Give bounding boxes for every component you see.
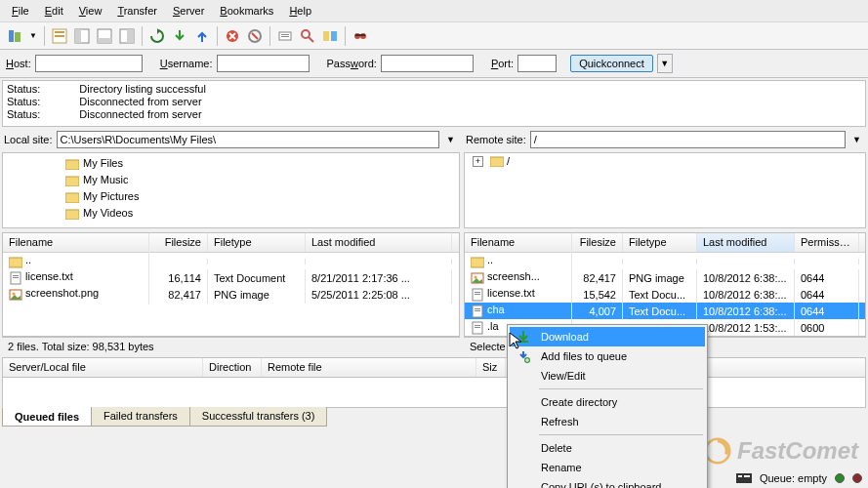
col-filename[interactable]: Filename [3, 233, 149, 252]
list-item[interactable]: license.txt16,114Text Document8/21/2011 … [3, 269, 459, 286]
menu-item-rename[interactable]: Rename [510, 458, 705, 477]
stop-icon[interactable] [222, 25, 243, 47]
col-server-local[interactable]: Server/Local file [3, 358, 203, 377]
list-header: Filename Filesize Filetype Last modified… [465, 233, 865, 253]
col-filename[interactable]: Filename [465, 233, 572, 252]
svg-rect-22 [65, 160, 79, 170]
svg-rect-27 [9, 258, 22, 267]
col-permissions[interactable]: Permissions [795, 233, 859, 252]
reconnect-icon[interactable] [274, 25, 296, 47]
menu-file[interactable]: File [4, 2, 37, 20]
filter-icon[interactable] [297, 25, 318, 47]
site-manager-icon[interactable] [4, 25, 25, 47]
compare-icon[interactable] [319, 25, 341, 47]
toggle-remote-icon[interactable] [116, 25, 138, 47]
tab-queued[interactable]: Queued files [2, 407, 92, 427]
queue-body[interactable] [2, 377, 866, 408]
menu-item-copy-url-s-to-clipboard[interactable]: Copy URL(s) to clipboard [510, 477, 705, 488]
menu-help[interactable]: Help [281, 2, 319, 20]
cancel-icon[interactable] [191, 25, 213, 47]
col-modified[interactable]: Last modified [306, 233, 452, 252]
col-size[interactable]: Siz [476, 358, 506, 377]
col-filetype[interactable]: Filetype [623, 233, 697, 252]
list-item[interactable]: license.txt15,542Text Docu...10/8/2012 6… [465, 286, 865, 303]
menu-item-create-directory[interactable]: Create directory [510, 392, 705, 412]
col-direction[interactable]: Direction [203, 358, 262, 377]
toggle-log-icon[interactable] [49, 25, 70, 47]
list-item[interactable]: screenshot.png82,417PNG image5/25/2011 2… [3, 286, 459, 303]
tree-item[interactable]: My Music [7, 172, 455, 188]
menu-server[interactable]: Server [165, 2, 212, 20]
svg-point-32 [13, 292, 16, 295]
process-queue-icon[interactable] [169, 25, 190, 47]
separator [269, 26, 270, 46]
watermark: FastComet [704, 437, 858, 465]
col-filetype[interactable]: Filetype [208, 233, 306, 252]
col-remote-file[interactable]: Remote file [262, 358, 476, 377]
dropdown-arrow-icon[interactable]: ▼ [849, 135, 864, 144]
menubar: File Edit View Transfer Server Bookmarks… [0, 0, 868, 22]
svg-rect-33 [471, 258, 484, 267]
menu-item-delete[interactable]: Delete [510, 438, 705, 458]
tree-root[interactable]: / [507, 155, 510, 167]
menu-item-add-files-to-queue[interactable]: Add files to queue [510, 346, 705, 366]
tree-item[interactable]: My Pictures [7, 188, 455, 205]
username-input[interactable] [217, 55, 310, 72]
expand-icon[interactable]: + [473, 156, 483, 167]
dropdown-arrow-icon[interactable]: ▼ [443, 135, 458, 144]
host-input[interactable] [35, 55, 143, 72]
toggle-tree-icon[interactable] [71, 25, 93, 47]
separator [142, 26, 143, 46]
find-icon[interactable] [350, 25, 371, 47]
svg-rect-14 [281, 34, 289, 35]
menu-item-download[interactable]: Download [510, 327, 705, 346]
disconnect-icon[interactable] [244, 25, 266, 47]
menu-item-view-edit[interactable]: View/Edit [510, 366, 705, 386]
log-label: Status: [7, 108, 40, 121]
svg-rect-3 [55, 31, 64, 33]
svg-rect-48 [744, 475, 750, 477]
menu-transfer[interactable]: Transfer [109, 2, 165, 20]
remote-path-input[interactable] [530, 131, 846, 148]
local-site-bar: Local site: ▼ [2, 129, 460, 150]
menu-view[interactable]: View [71, 2, 110, 20]
separator [345, 26, 346, 46]
tab-failed[interactable]: Failed transfers [91, 407, 190, 427]
port-input[interactable] [517, 55, 557, 72]
tree-item[interactable]: My Files [7, 155, 455, 172]
menu-bookmarks[interactable]: Bookmarks [212, 2, 281, 20]
col-modified[interactable]: Last modified [697, 233, 795, 252]
list-body: ..license.txt16,114Text Document8/21/201… [3, 253, 459, 303]
status-bar: Queue: empty [736, 468, 862, 488]
remote-tree[interactable]: + / [464, 152, 866, 228]
svg-rect-46 [736, 473, 752, 483]
local-tree[interactable]: My Files My Music My Pictures My Videos [2, 152, 460, 228]
svg-rect-25 [65, 210, 79, 220]
list-item[interactable]: cha4,007Text Docu...10/8/2012 6:38:...06… [465, 303, 865, 319]
quickconnect-dropdown[interactable]: ▼ [657, 54, 673, 73]
dropdown-arrow-icon[interactable]: ▼ [26, 31, 40, 40]
tree-item[interactable]: My Videos [7, 205, 455, 222]
col-filesize[interactable]: Filesize [572, 233, 623, 252]
local-status: 2 files. Total size: 98,531 bytes [2, 337, 460, 355]
svg-rect-29 [13, 275, 19, 276]
svg-point-45 [706, 439, 730, 464]
quickconnect-bar: Host: Username: Password: Port: Quickcon… [0, 50, 868, 78]
menu-edit[interactable]: Edit [37, 2, 71, 20]
password-input[interactable] [381, 55, 474, 72]
list-item[interactable]: screensh...82,417PNG image10/8/2012 6:38… [465, 269, 865, 286]
list-item[interactable]: .. [465, 253, 865, 269]
quickconnect-button[interactable]: Quickconnect [570, 55, 653, 72]
refresh-icon[interactable] [146, 25, 168, 47]
list-item[interactable]: .. [3, 253, 459, 269]
col-filesize[interactable]: Filesize [149, 233, 208, 252]
separator [44, 26, 45, 46]
svg-rect-30 [13, 277, 19, 278]
svg-rect-10 [127, 29, 134, 43]
svg-rect-17 [323, 31, 329, 41]
toggle-queue-icon[interactable] [94, 25, 115, 47]
menu-item-refresh[interactable]: Refresh [510, 412, 705, 431]
tab-successful[interactable]: Successful transfers (3) [189, 407, 328, 427]
local-path-input[interactable] [57, 131, 440, 148]
queue-header: Server/Local file Direction Remote file … [2, 357, 866, 377]
